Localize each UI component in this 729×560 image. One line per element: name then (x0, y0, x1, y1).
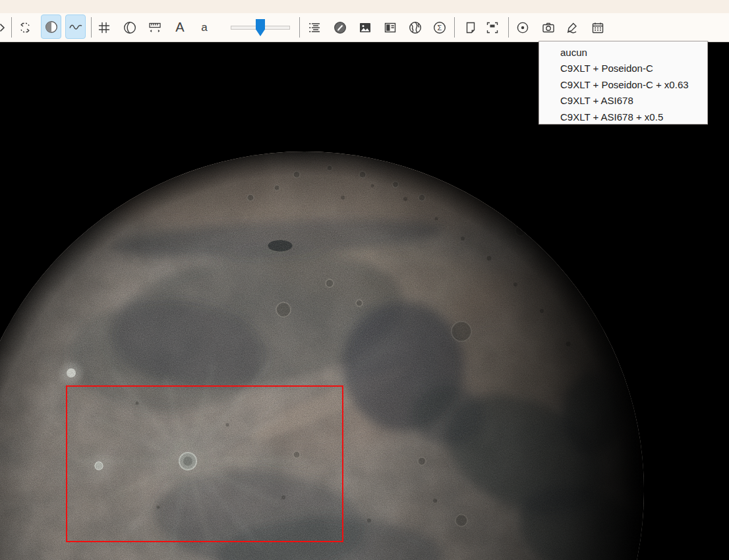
record-circle-icon[interactable] (510, 13, 535, 42)
grid-icon[interactable] (92, 13, 117, 42)
toolbar-top-strip (0, 0, 729, 13)
fit-screen-icon[interactable] (480, 13, 505, 42)
fov-menu-item[interactable]: C9XLT + ASI678 + x0.5 (539, 109, 707, 125)
zoom-slider[interactable] (231, 13, 290, 42)
globe-icon[interactable] (403, 13, 428, 42)
ruler-icon[interactable] (142, 13, 167, 42)
calendar-icon[interactable] (585, 13, 610, 42)
fov-menu-item[interactable]: C9XLT + Poseidon-C + x0.63 (539, 77, 707, 93)
wave-toggle-button[interactable] (65, 14, 86, 39)
detail-list-icon[interactable] (302, 13, 327, 42)
toolbar: A a (0, 0, 729, 42)
compass-pen-icon[interactable] (328, 13, 353, 42)
wave-icon (68, 19, 84, 35)
svg-text:Σ: Σ (438, 24, 442, 32)
font-small-label[interactable]: a (192, 13, 217, 42)
font-large-label[interactable]: A (167, 13, 192, 42)
app-window: A a (0, 0, 729, 560)
toolbar-separator (11, 17, 12, 38)
fov-selection-rectangle (66, 385, 343, 542)
zoom-slider-handle[interactable] (256, 19, 265, 36)
moon-phase-toggle-button[interactable] (41, 14, 61, 39)
terminator-circle-icon[interactable] (117, 13, 142, 42)
camera-icon[interactable] (536, 13, 561, 42)
panel-layout-icon[interactable] (378, 13, 403, 42)
fov-menu-item[interactable]: C9XLT + Poseidon-C (539, 61, 707, 76)
sigma-circle-icon[interactable]: Σ (427, 13, 452, 42)
rotate-dashed-icon[interactable] (13, 13, 38, 42)
toolbar-separator (508, 17, 509, 38)
toolbar-separator (299, 17, 300, 38)
pen-draw-icon[interactable] (560, 13, 585, 42)
fov-menu-item-none[interactable]: aucun (539, 45, 707, 61)
image-icon[interactable] (353, 13, 378, 42)
fov-menu-item[interactable]: C9XLT + ASI678 (539, 93, 707, 109)
fov-preset-menu: aucun C9XLT + Poseidon-C C9XLT + Poseido… (539, 41, 708, 125)
moon-phase-icon (44, 19, 59, 35)
toolbar-separator (454, 17, 455, 38)
